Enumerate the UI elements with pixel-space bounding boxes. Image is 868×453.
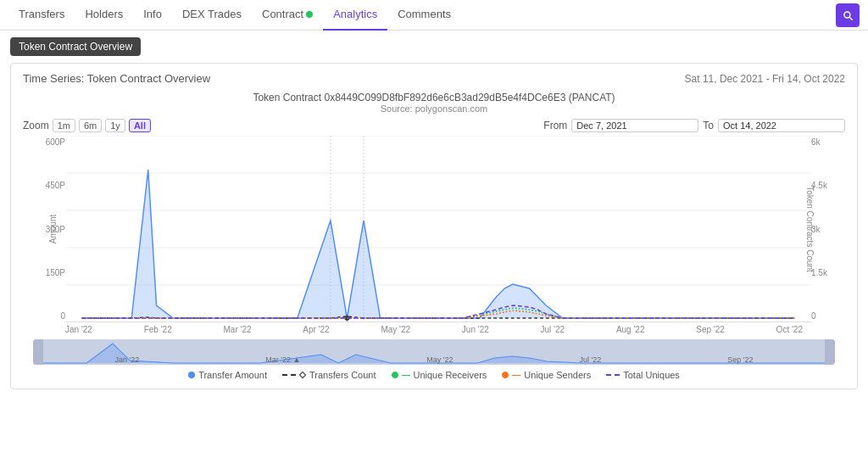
y-left-600: 600P [33, 137, 65, 147]
nav-contract-label: Contract [262, 8, 303, 20]
to-label: To [703, 120, 714, 131]
nav-dex-trades[interactable]: DEX Trades [172, 0, 252, 31]
chart-title: Token Contract 0x8449C099D8fbF892d6e6cB3… [23, 92, 845, 103]
zoom-label: Zoom [23, 120, 49, 131]
chart-wrapper: 600P 450P 300P 150P 0 6k 4.5k 3k 1.5k 0 [33, 136, 835, 380]
legend-transfers-count-line [282, 374, 296, 376]
legend-unique-senders-label: Unique Senders [524, 370, 591, 380]
search-button[interactable] [836, 3, 860, 27]
legend-unique-receivers-label: Unique Receivers [414, 370, 487, 380]
y-left-150: 150P [33, 268, 65, 277]
x-label-apr: Apr '22 [303, 325, 329, 334]
search-icon [842, 9, 854, 21]
x-label-jun: Jun '22 [462, 325, 489, 334]
zoom-1m[interactable]: 1m [53, 119, 75, 132]
chart-controls: Zoom 1m 6m 1y All From To [23, 119, 845, 132]
chart-area: 600P 450P 300P 150P 0 6k 4.5k 3k 1.5k 0 [33, 136, 835, 322]
date-group: From To [543, 119, 845, 132]
contract-verified-dot [306, 11, 313, 18]
zoom-6m[interactable]: 6m [79, 119, 102, 132]
nav-bar: Transfers Holders Info DEX Trades Contra… [0, 0, 868, 31]
x-label-jan: Jan '22 [65, 325, 92, 334]
panel-title: Time Series: Token Contract Overview [23, 72, 210, 85]
legend-total-uniques-line [606, 374, 620, 376]
panel-header: Time Series: Token Contract Overview Sat… [23, 72, 845, 85]
legend-transfers-count-label: Transfers Count [309, 370, 376, 380]
mini-handle-left[interactable] [33, 339, 43, 365]
legend: Transfer Amount Transfers Count Unique R… [33, 370, 835, 380]
from-date-input[interactable] [571, 119, 698, 132]
legend-unique-receivers-line [402, 375, 410, 376]
zoom-group: Zoom 1m 6m 1y All [23, 119, 151, 132]
legend-transfers-count-diamond [299, 372, 306, 378]
mini-jan: Jan '22 [114, 355, 139, 364]
token-badge[interactable]: Token Contract Overview [10, 37, 141, 56]
mini-jul: Jul '22 [580, 355, 602, 364]
x-label-jul: Jul '22 [541, 325, 565, 334]
legend-transfer-amount-label: Transfer Amount [198, 370, 267, 380]
legend-unique-receivers-dot [392, 372, 398, 378]
nav-comments[interactable]: Comments [387, 0, 461, 31]
legend-transfer-amount-dot [188, 372, 195, 378]
to-date-input[interactable] [718, 119, 845, 132]
y-title-contracts: Token Contracts Count [806, 186, 815, 272]
zoom-all[interactable]: All [129, 119, 151, 132]
legend-unique-senders-dot [502, 372, 509, 378]
x-label-feb: Feb '22 [144, 325, 172, 334]
legend-total-uniques: Total Uniques [606, 370, 680, 380]
main-panel: Time Series: Token Contract Overview Sat… [10, 63, 858, 389]
x-axis: Jan '22 Feb '22 Mar '22 Apr '22 May '22 … [33, 322, 835, 334]
chart-title-area: Token Contract 0x8449C099D8fbF892d6e6cB3… [23, 92, 845, 114]
chart-subtitle: Source: polygonscan.com [23, 103, 845, 114]
panel-date: Sat 11, Dec 2021 - Fri 14, Oct 2022 [685, 73, 845, 85]
nav-holders[interactable]: Holders [75, 0, 133, 31]
y-title-amount: Amount [48, 215, 58, 243]
x-label-may: May '22 [381, 325, 410, 334]
x-label-mar: Mar '22 [223, 325, 251, 334]
mini-handle-right[interactable] [825, 339, 835, 365]
x-label-sep: Sep '22 [696, 325, 725, 334]
main-content: Token Contract Overview Time Series: Tok… [0, 31, 868, 396]
mini-sep: Sep '22 [727, 355, 753, 364]
nav-contract[interactable]: Contract [252, 0, 323, 31]
legend-unique-receivers: Unique Receivers [392, 370, 487, 380]
chart-svg [33, 136, 835, 322]
mini-may: May '22 [426, 355, 453, 364]
nav-analytics[interactable]: Analytics [323, 0, 387, 31]
legend-total-uniques-label: Total Uniques [623, 370, 680, 380]
y-right-6k: 6k [811, 137, 835, 147]
x-label-aug: Aug '22 [616, 325, 645, 334]
zoom-1y[interactable]: 1y [105, 119, 125, 132]
from-label: From [543, 120, 567, 131]
nav-info[interactable]: Info [133, 0, 172, 31]
mini-chart[interactable]: Jan '22 Mar '22 ▲ May '22 Jul '22 Sep '2… [33, 339, 835, 365]
legend-transfers-count: Transfers Count [282, 370, 376, 380]
y-left-450: 450P [33, 181, 65, 190]
nav-transfers[interactable]: Transfers [8, 0, 75, 31]
y-right-0: 0 [811, 311, 835, 321]
mini-mar: Mar '22 ▲ [265, 355, 300, 364]
legend-unique-senders: Unique Senders [502, 370, 591, 380]
mini-inner: Jan '22 Mar '22 ▲ May '22 Jul '22 Sep '2… [43, 339, 825, 365]
legend-unique-senders-line [512, 375, 520, 376]
x-label-oct: Oct '22 [776, 325, 803, 334]
y-left-0: 0 [33, 311, 65, 321]
legend-transfer-amount: Transfer Amount [188, 370, 267, 380]
